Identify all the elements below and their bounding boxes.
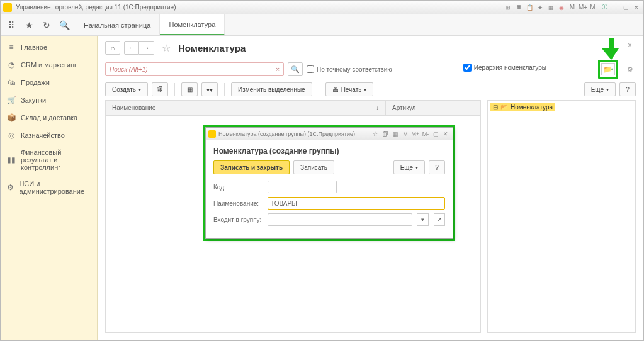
- tab-nomenclature[interactable]: Номенклатура: [160, 14, 225, 35]
- code-field[interactable]: [268, 181, 337, 193]
- hierarchy-checkbox[interactable]: Иерархия номенклатуры: [463, 64, 546, 72]
- text-cursor: [298, 199, 298, 207]
- sidebar-item-warehouse[interactable]: 📦Склад и доставка: [1, 109, 97, 126]
- sidebar-item-label: Казначейство: [21, 131, 65, 139]
- minimize-icon[interactable]: —: [611, 3, 619, 12]
- search-icon[interactable]: 🔍: [59, 20, 70, 30]
- more-button[interactable]: Еще ▾: [584, 82, 616, 96]
- pie-icon: ◔: [7, 60, 16, 69]
- change-selected-button[interactable]: Изменить выделенные: [231, 82, 312, 96]
- label-code: Код:: [213, 184, 263, 191]
- print-button[interactable]: 🖶 Печать ▾: [325, 82, 374, 96]
- bag-icon: 🛍: [7, 78, 16, 87]
- save-close-button[interactable]: Записать и закрыть: [213, 160, 290, 174]
- separator: [319, 83, 319, 96]
- separator: [224, 83, 225, 96]
- dialog-window-title: Номенклатура (создание группы) (1С:Предп…: [218, 131, 371, 137]
- titlebar-icon[interactable]: 🖩: [514, 3, 523, 12]
- forward-button[interactable]: →: [139, 41, 154, 55]
- menu-icon: ≡: [7, 43, 16, 52]
- close-icon[interactable]: ✕: [632, 3, 641, 12]
- col-article[interactable]: Артикул: [386, 101, 480, 115]
- group-field[interactable]: [268, 213, 412, 226]
- titlebar-m[interactable]: M: [568, 3, 577, 12]
- hierarchy-input[interactable]: [463, 64, 472, 72]
- name-field[interactable]: ТОВАРЫ: [268, 197, 445, 210]
- collapse-icon[interactable]: ⊟: [493, 104, 498, 111]
- cart-icon: 🛒: [7, 96, 16, 104]
- help-button[interactable]: ?: [619, 82, 636, 96]
- separator: [174, 83, 175, 96]
- search-input[interactable]: Поиск (Alt+1) ×: [105, 62, 284, 76]
- dialog-tool-icon[interactable]: ▦: [391, 131, 400, 137]
- save-button[interactable]: Записать: [293, 160, 334, 174]
- sidebar-item-purchases[interactable]: 🛒Закупки: [1, 91, 97, 109]
- home-button[interactable]: ⌂: [105, 41, 120, 55]
- favorite-icon[interactable]: ☆: [162, 42, 171, 54]
- app-icon: [208, 130, 216, 138]
- tab-start[interactable]: Начальная страница: [75, 14, 160, 35]
- dialog-maximize-icon[interactable]: ▢: [431, 131, 440, 137]
- dialog-tool-icon[interactable]: ☆: [371, 131, 380, 137]
- create-group-button[interactable]: 📁+: [601, 63, 615, 75]
- create-group-highlight: 📁+: [598, 60, 618, 79]
- search-button[interactable]: 🔍: [288, 62, 303, 76]
- history-icon[interactable]: ↻: [41, 20, 52, 30]
- sidebar-item-crm[interactable]: ◔CRM и маркетинг: [1, 56, 97, 74]
- settings-icon[interactable]: ⚙: [624, 64, 636, 75]
- maximize-icon[interactable]: ▢: [621, 3, 630, 12]
- titlebar-icon[interactable]: 📋: [525, 3, 534, 12]
- dialog-help-button[interactable]: ?: [429, 160, 445, 174]
- dialog-heading: Номенклатура (создание группы): [213, 147, 445, 155]
- dialog-more-button[interactable]: Еще ▾: [393, 160, 425, 174]
- sidebar-item-main[interactable]: ≡Главное: [1, 38, 97, 56]
- content-header: ⌂ ← → ☆ Номенклатура: [105, 41, 636, 55]
- titlebar-icon[interactable]: ⊞: [504, 3, 512, 12]
- folder-icon: 📂: [500, 104, 508, 111]
- clear-icon[interactable]: ×: [276, 66, 280, 73]
- col-name[interactable]: Наименование ↓: [106, 101, 386, 115]
- titlebar-m-minus[interactable]: M-: [589, 3, 598, 12]
- group-dropdown-icon[interactable]: ▾: [417, 213, 429, 226]
- sidebar-item-label: CRM и маркетинг: [21, 61, 77, 69]
- titlebar-icon[interactable]: ◉: [557, 3, 566, 12]
- close-page-icon[interactable]: ×: [628, 41, 632, 50]
- star-icon[interactable]: ★: [23, 20, 35, 30]
- dialog-close-icon[interactable]: ✕: [441, 131, 450, 137]
- sidebar-item-label: Склад и доставка: [21, 114, 77, 121]
- tab-label: Номенклатура: [169, 21, 215, 28]
- tab-label: Начальная страница: [84, 21, 150, 29]
- sidebar-item-treasury[interactable]: ◎Казначейство: [1, 126, 97, 144]
- tree-root[interactable]: ⊟ 📂 Номенклатура: [490, 103, 555, 111]
- exact-match-input[interactable]: [307, 65, 314, 73]
- apps-icon[interactable]: ⠿: [6, 20, 17, 30]
- tree-label: Номенклатура: [511, 104, 553, 111]
- titlebar-icon[interactable]: ★: [536, 3, 545, 12]
- dialog-m[interactable]: M: [401, 131, 410, 137]
- window-titlebar: Управление торговлей, редакция 11 (1С:Пр…: [1, 1, 643, 14]
- sidebar: ≡Главное ◔CRM и маркетинг 🛍Продажи 🛒Заку…: [1, 36, 98, 340]
- create-button[interactable]: Создать▾: [105, 82, 148, 96]
- titlebar-m-plus[interactable]: M+: [579, 3, 587, 12]
- back-button[interactable]: ←: [124, 41, 139, 55]
- dialog-m-plus[interactable]: M+: [411, 131, 420, 137]
- group-open-icon[interactable]: ↗: [434, 213, 445, 226]
- dialog-highlight: Номенклатура (создание группы) (1С:Предп…: [203, 125, 455, 241]
- toolbar-button-2[interactable]: ▾▾: [201, 82, 218, 96]
- copy-button[interactable]: 🗐: [152, 82, 168, 96]
- label-name: Наименование:: [213, 200, 263, 207]
- toolbar-button-1[interactable]: ▦: [181, 82, 198, 96]
- dialog-titlebar[interactable]: Номенклатура (создание группы) (1С:Предп…: [206, 128, 453, 140]
- sidebar-item-finance[interactable]: ▮▮Финансовый результат и контроллинг: [1, 144, 97, 176]
- sidebar-item-sales[interactable]: 🛍Продажи: [1, 74, 97, 91]
- table-header: Наименование ↓ Артикул: [106, 101, 480, 116]
- sidebar-item-label: Главное: [21, 43, 47, 51]
- dialog-m-minus[interactable]: M-: [421, 131, 430, 137]
- sidebar-item-label: Финансовый результат и контроллинг: [21, 148, 91, 171]
- info-icon[interactable]: ⓘ: [600, 3, 609, 12]
- titlebar-icon[interactable]: ▦: [546, 3, 555, 12]
- exact-match-checkbox[interactable]: По точному соответствию: [307, 65, 392, 73]
- create-group-dialog: Номенклатура (создание группы) (1С:Предп…: [205, 127, 453, 239]
- sidebar-item-nsi[interactable]: ⚙НСИ и администрирование: [1, 176, 97, 199]
- dialog-tool-icon[interactable]: 🗐: [381, 131, 390, 137]
